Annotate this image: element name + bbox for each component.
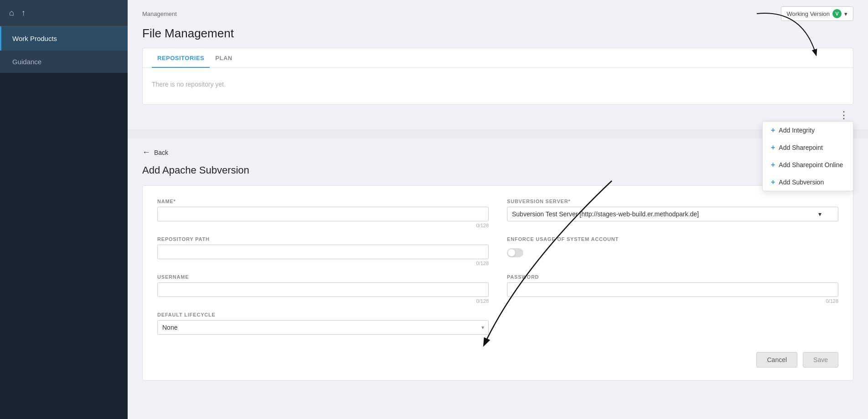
tab-plan[interactable]: PLAN	[210, 48, 238, 68]
add-sharepoint-label: Add Sharepoint	[779, 144, 823, 151]
enforce-toggle[interactable]	[507, 248, 523, 257]
cancel-button[interactable]: Cancel	[756, 352, 797, 368]
repo-path-col: REPOSITORY PATH 0/128	[157, 236, 489, 266]
sidebar: ⌂ ↑ Work Products Guidance	[0, 0, 128, 419]
dropdown-item-add-sharepoint-online[interactable]: + Add Sharepoint Online	[763, 156, 853, 174]
form-footer: Cancel Save	[157, 343, 838, 368]
form-card: NAME* 0/128 SUBVERSION SERVER* Subversio…	[142, 185, 853, 381]
top-section: Management Working Version V ▾ File Mana…	[128, 0, 868, 122]
username-label: USERNAME	[157, 274, 489, 280]
up-icon[interactable]: ↑	[21, 8, 26, 18]
empty-col	[507, 312, 838, 335]
subversion-server-select[interactable]: Subversion Test Server [http://stages-we…	[507, 207, 838, 221]
name-label: NAME*	[157, 199, 489, 204]
default-lifecycle-label: DEFAULT LIFECYCLE	[157, 312, 489, 317]
password-char-count: 0/128	[507, 298, 838, 304]
repo-path-input[interactable]	[157, 245, 489, 259]
enforce-label: ENFORCE USAGE OF SYSTEM ACCOUNT	[507, 236, 838, 242]
section-divider	[128, 129, 868, 138]
breadcrumb: Management	[142, 10, 177, 17]
plus-icon-subversion: +	[771, 178, 775, 186]
password-label: PASSWORD	[507, 274, 838, 280]
tab-repositories[interactable]: REPOSITORIES	[152, 48, 210, 68]
repo-empty-message: There is no repository yet.	[143, 68, 853, 104]
subversion-server-label: SUBVERSION SERVER*	[507, 199, 838, 204]
form-section: ← Back Add Apache Subversion NAME*	[128, 138, 868, 419]
sidebar-top-icons: ⌂ ↑	[0, 0, 128, 26]
working-version-badge: V	[832, 9, 842, 18]
dropdown-item-add-sharepoint[interactable]: + Add Sharepoint	[763, 139, 853, 156]
sidebar-item-work-products[interactable]: Work Products	[0, 26, 128, 51]
repo-card: REPOSITORIES PLAN There is no repository…	[142, 48, 853, 105]
repo-path-label: REPOSITORY PATH	[157, 236, 489, 242]
username-char-count: 0/128	[157, 298, 489, 304]
username-input[interactable]	[157, 282, 489, 297]
form-row-2: REPOSITORY PATH 0/128 ENFORCE USAGE OF S…	[157, 236, 838, 266]
save-button[interactable]: Save	[803, 352, 838, 368]
plus-icon-integrity: +	[771, 126, 775, 134]
dropdown-menu: + Add Integrity + Add Sharepoint + Add S…	[762, 121, 853, 191]
enforce-toggle-container	[507, 248, 838, 257]
add-sharepoint-online-label: Add Sharepoint Online	[779, 161, 843, 169]
home-icon[interactable]: ⌂	[9, 8, 14, 18]
name-field-col: NAME* 0/128	[157, 199, 489, 228]
form-row-3: USERNAME 0/128 PASSWORD 0/128	[157, 274, 838, 304]
name-input[interactable]	[157, 207, 489, 221]
repo-path-char-count: 0/128	[157, 261, 489, 266]
back-label: Back	[154, 149, 168, 156]
enforce-col: ENFORCE USAGE OF SYSTEM ACCOUNT	[507, 236, 838, 266]
form-row-1: NAME* 0/128 SUBVERSION SERVER* Subversio…	[157, 199, 838, 228]
sidebar-bottom	[0, 73, 128, 419]
breadcrumb-bar: Management Working Version V ▾	[128, 0, 868, 25]
plus-icon-sharepoint: +	[771, 143, 775, 152]
add-integrity-label: Add Integrity	[779, 127, 815, 134]
toggle-knob	[508, 249, 515, 256]
page-title: File Management	[128, 25, 868, 48]
back-arrow-icon: ←	[142, 148, 150, 157]
name-char-count: 0/128	[157, 223, 489, 228]
working-version-button[interactable]: Working Version V ▾	[781, 6, 853, 21]
subversion-server-chevron-icon: ▾	[818, 210, 822, 218]
form-title: Add Apache Subversion	[142, 164, 853, 176]
subversion-server-value: Subversion Test Server [http://stages-we…	[512, 210, 699, 218]
lifecycle-wrapper: None ▾	[157, 320, 489, 335]
back-button[interactable]: ← Back	[142, 138, 853, 164]
username-col: USERNAME 0/128	[157, 274, 489, 304]
working-version-label: Working Version	[787, 10, 830, 17]
plus-icon-sharepoint-online: +	[771, 161, 775, 169]
dropdown-item-add-subversion[interactable]: + Add Subversion	[763, 174, 853, 191]
main-content: Management Working Version V ▾ File Mana…	[128, 0, 868, 419]
dropdown-item-add-integrity[interactable]: + Add Integrity	[763, 122, 853, 139]
subversion-server-col: SUBVERSION SERVER* Subversion Test Serve…	[507, 199, 838, 228]
repo-tabs: REPOSITORIES PLAN	[143, 48, 853, 68]
password-col: PASSWORD 0/128	[507, 274, 838, 304]
subversion-server-wrapper: Subversion Test Server [http://stages-we…	[507, 207, 838, 221]
add-subversion-label: Add Subversion	[779, 179, 824, 186]
default-lifecycle-select[interactable]: None	[157, 320, 489, 335]
sidebar-item-guidance[interactable]: Guidance	[0, 51, 128, 73]
working-version-chevron-icon: ▾	[844, 10, 847, 17]
more-button-row: ⋮ + Add Integrity + Add Sharepoint + Add…	[128, 105, 868, 122]
form-row-4: DEFAULT LIFECYCLE None ▾	[157, 312, 838, 335]
default-lifecycle-col: DEFAULT LIFECYCLE None ▾	[157, 312, 489, 335]
password-input[interactable]	[507, 282, 838, 297]
more-options-button[interactable]: ⋮	[835, 108, 853, 122]
